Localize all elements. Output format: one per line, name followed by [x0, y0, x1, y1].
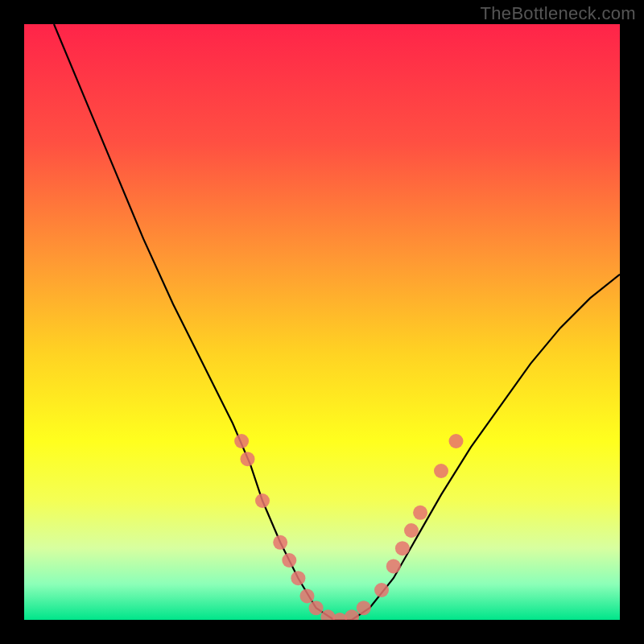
marker-dot: [255, 493, 270, 508]
marker-dot: [374, 583, 389, 597]
watermark-text: TheBottleneck.com: [481, 3, 636, 24]
marker-dot: [413, 506, 427, 520]
marker-dot: [291, 571, 305, 585]
marker-dot: [449, 434, 464, 448]
marker-dot: [345, 609, 359, 620]
bottleneck-curve: [54, 24, 620, 620]
marker-dot: [395, 541, 410, 555]
marker-dot: [300, 588, 315, 603]
plot-frame: [24, 24, 620, 620]
marker-dot: [386, 559, 401, 573]
marker-dot: [282, 553, 296, 568]
marker-dot: [404, 523, 419, 538]
marker-dot: [309, 601, 324, 615]
marker-dots-group: [234, 434, 463, 620]
marker-dot: [273, 535, 287, 550]
marker-dot: [357, 601, 371, 615]
marker-dot: [241, 452, 255, 466]
marker-dot: [434, 464, 448, 478]
marker-dot: [234, 434, 249, 448]
plot-overlay: [24, 24, 620, 620]
